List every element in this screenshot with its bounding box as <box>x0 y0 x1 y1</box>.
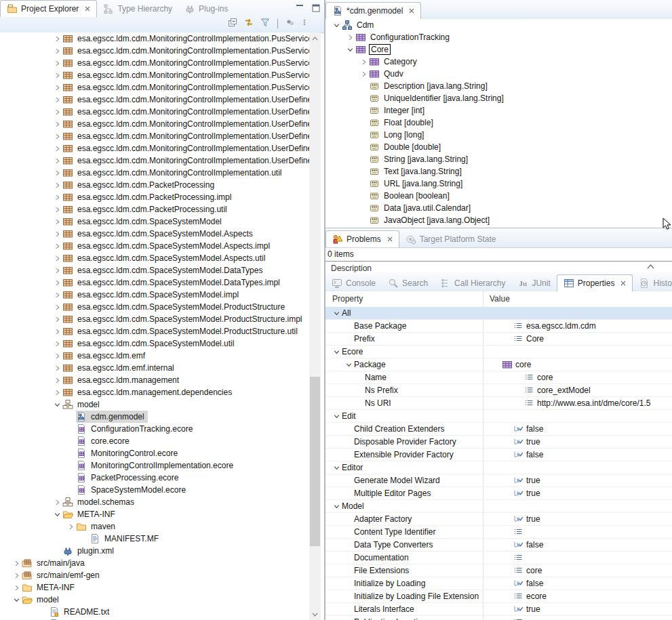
chevron-down-icon[interactable] <box>331 346 342 357</box>
tree-item-src-main-java[interactable]: src/main/java <box>0 557 309 569</box>
chevron-right-icon[interactable] <box>52 33 62 44</box>
close-icon[interactable] <box>387 236 393 242</box>
property-row-literals-interface[interactable]: Literals Interfacetrue <box>325 603 672 616</box>
tree-item-esa-egscc-ldm-cdm-spacesystemmodel-produ[interactable]: esa.egscc.ldm.cdm.SpaceSystemModel.Produ… <box>0 325 309 337</box>
tree-item-url-java-lang-string[interactable]: URL [java.lang.String] <box>325 178 672 190</box>
tree-item-esa-egscc-ldm-cdm-packetprocessing-impl[interactable]: esa.egscc.ldm.cdm.PacketProcessing.impl <box>0 191 309 203</box>
tree-item-category[interactable]: Category <box>325 56 672 68</box>
tree-item-esa-egscc-ldm-cdm-monitoringcontrolimple[interactable]: esa.egscc.ldm.cdm.MonitoringControlImple… <box>0 81 309 94</box>
chevron-right-icon[interactable] <box>52 106 62 117</box>
chevron-right-icon[interactable] <box>52 82 62 93</box>
view-menu-button[interactable] <box>301 17 308 30</box>
tree-item-packetprocessing-ecore[interactable]: PacketProcessing.ecore <box>0 472 309 484</box>
tree-item-core-ecore[interactable]: core.ecore <box>0 435 309 447</box>
tree-item-integer-int[interactable]: Integer [int] <box>325 104 672 117</box>
property-row-data-type-converters[interactable]: Data Type Convertersfalse <box>325 539 672 552</box>
tree-item-esa-egscc-ldm-cdm-monitoringcontrolimple[interactable]: esa.egscc.ldm.cdm.MonitoringControlImple… <box>0 69 309 81</box>
focus-button[interactable] <box>285 17 296 30</box>
chevron-down-icon[interactable] <box>331 308 342 318</box>
tree-item-configurationtracking-ecore[interactable]: ConfigurationTracking.ecore <box>0 423 309 435</box>
chevron-right-icon[interactable] <box>52 216 62 227</box>
chevron-down-icon[interactable] <box>344 44 355 55</box>
tree-item-boolean-boolean[interactable]: Boolean [boolean] <box>325 190 672 202</box>
chevron-right-icon[interactable] <box>344 32 355 43</box>
scroll-up-arrow[interactable] <box>309 33 321 44</box>
tree-item-esa-egscc-ldm-cdm-packetprocessing[interactable]: esa.egscc.ldm.cdm.PacketProcessing <box>0 179 309 191</box>
property-row-initialize-by-loading[interactable]: Initialize by Loadingfalse <box>325 577 672 590</box>
tree-item-src-main-emf-gen[interactable]: src/main/emf-gen <box>0 569 309 581</box>
chevron-right-icon[interactable] <box>11 582 22 593</box>
tree-item-esa-egscc-ldm-cdm-spacesystemmodel-aspec[interactable]: esa.egscc.ldm.cdm.SpaceSystemModel.Aspec… <box>0 228 309 240</box>
tree-item-double-double[interactable]: Double [double] <box>325 141 672 153</box>
tree-item-core[interactable]: Core <box>325 43 672 56</box>
chevron-right-icon[interactable] <box>52 314 62 325</box>
chevron-down-icon[interactable] <box>11 594 22 605</box>
tree-item-manifest-mf[interactable]: MANIFEST.MF <box>0 533 309 545</box>
chevron-right-icon[interactable] <box>52 143 62 154</box>
tree-item-model-schemas[interactable]: model.schemas <box>0 496 309 508</box>
tab-cdm-genmodel[interactable]: *cdm.genmodel <box>325 2 421 19</box>
tree-item-javaobject-java-lang-object[interactable]: JavaObject [java.lang.Object] <box>325 214 672 226</box>
column-header-value[interactable]: Value <box>490 291 510 307</box>
tree-item-esa-egscc-ldm-emf[interactable]: esa.egscc.ldm.emf <box>0 350 309 362</box>
tab-problems[interactable]: Problems <box>325 230 399 247</box>
scrollbar-thumb[interactable] <box>310 377 320 546</box>
filter-button[interactable] <box>260 17 271 30</box>
tree-item-esa-egscc-ldm-emf-internal[interactable]: esa.egscc.ldm.emf.internal <box>0 362 309 374</box>
tree-item-esa-egscc-ldm-cdm-spacesystemmodel-util[interactable]: esa.egscc.ldm.cdm.SpaceSystemModel.util <box>0 337 309 350</box>
tree-item-esa-egscc-ldm-cdm-spacesystemmodel-impl[interactable]: esa.egscc.ldm.cdm.SpaceSystemModel.impl <box>0 289 309 301</box>
collapse-chevron-icon[interactable] <box>647 262 654 271</box>
tree-item-text-java-lang-string[interactable]: Text [java.lang.String] <box>325 165 672 178</box>
tree-item-monitoringcontrol-ecore[interactable]: MonitoringControl.ecore <box>0 447 309 459</box>
chevron-down-icon[interactable] <box>52 509 62 520</box>
tab-history[interactable]: History <box>633 275 672 291</box>
chevron-right-icon[interactable] <box>358 68 369 79</box>
chevron-right-icon[interactable] <box>52 387 62 398</box>
tree-item-esa-egscc-ldm-cdm-spacesystemmodel-produ[interactable]: esa.egscc.ldm.cdm.SpaceSystemModel.Produ… <box>0 313 309 325</box>
scrollbar-vertical[interactable] <box>309 33 321 620</box>
tree-item-esa-egscc-ldm-cdm-monitoringcontrolimple[interactable]: esa.egscc.ldm.cdm.MonitoringControlImple… <box>0 45 309 57</box>
tree-item-esa-egscc-ldm-cdm-monitoringcontrolimple[interactable]: esa.egscc.ldm.cdm.MonitoringControlImple… <box>0 154 309 167</box>
chevron-right-icon[interactable] <box>52 289 62 300</box>
chevron-right-icon[interactable] <box>358 56 369 67</box>
tree-item-model[interactable]: model <box>0 398 309 411</box>
chevron-right-icon[interactable] <box>52 204 62 215</box>
tree-item-esa-egscc-ldm-cdm-spacesystemmodel-aspec[interactable]: esa.egscc.ldm.cdm.SpaceSystemModel.Aspec… <box>0 252 309 264</box>
property-row-all[interactable]: All <box>325 307 672 320</box>
tree-item-esa-egscc-ldm-cdm-monitoringcontrolimple[interactable]: esa.egscc.ldm.cdm.MonitoringControlImple… <box>0 130 309 142</box>
tab-search[interactable]: Search <box>382 275 434 291</box>
minimize-button[interactable] <box>294 3 305 16</box>
property-row-ecore[interactable]: Ecore <box>325 346 672 358</box>
tree-item-readme-txt[interactable]: README.txt <box>0 606 309 618</box>
chevron-right-icon[interactable] <box>52 131 62 142</box>
tab-console[interactable]: Console <box>325 275 382 291</box>
tree-item-esa-egscc-ldm-cdm-spacesystemmodel-produ[interactable]: esa.egscc.ldm.cdm.SpaceSystemModel.Produ… <box>0 301 309 313</box>
chevron-right-icon[interactable] <box>52 277 62 288</box>
tree-item-configurationtracking[interactable]: ConfigurationTracking <box>325 31 672 43</box>
tab-call-hierarchy[interactable]: Call Hierarchy <box>434 275 511 291</box>
chevron-right-icon[interactable] <box>52 363 62 373</box>
tree-item-description-java-lang-string[interactable]: Description [java.lang.String] <box>325 80 672 92</box>
property-row-ns-uri[interactable]: Ns URIhttp://www.esa.int/dme/core/1.5 <box>325 397 672 410</box>
tree-item-cdm[interactable]: Cdm <box>325 19 672 31</box>
tree-item-string-java-lang-string[interactable]: String [java.lang.String] <box>325 153 672 165</box>
tree-item-esa-egscc-ldm-cdm-monitoringcontrolimple[interactable]: esa.egscc.ldm.cdm.MonitoringControlImple… <box>0 106 309 118</box>
property-row-file-extensions[interactable]: File Extensionscore <box>325 564 672 577</box>
tab-properties[interactable]: Properties <box>557 274 633 291</box>
chevron-right-icon[interactable] <box>52 253 62 264</box>
chevron-right-icon[interactable] <box>52 192 62 203</box>
chevron-right-icon[interactable] <box>52 58 62 68</box>
property-row-ns-prefix[interactable]: Ns Prefixcore_extModel <box>325 384 672 397</box>
tree-item-meta-inf[interactable]: META-INF <box>0 581 309 594</box>
chevron-right-icon[interactable] <box>52 350 62 361</box>
chevron-right-icon[interactable] <box>52 70 62 81</box>
chevron-right-icon[interactable] <box>11 570 22 581</box>
chevron-right-icon[interactable] <box>52 94 62 105</box>
chevron-right-icon[interactable] <box>52 180 62 190</box>
chevron-right-icon[interactable] <box>65 521 76 532</box>
link-with-editor-button[interactable] <box>243 17 254 30</box>
tree-item-esa-egscc-ldm-cdm-monitoringcontrolimple[interactable]: esa.egscc.ldm.cdm.MonitoringControlImple… <box>0 142 309 154</box>
tree-item-maven[interactable]: maven <box>0 520 309 533</box>
chevron-right-icon[interactable] <box>11 558 22 569</box>
property-row-disposable-provider-factory[interactable]: Disposable Provider Factorytrue <box>325 436 672 449</box>
